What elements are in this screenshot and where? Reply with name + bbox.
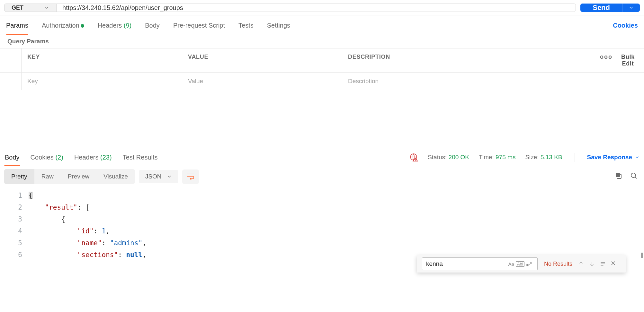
code-content: { "result": [ { "id": 1, "name": "admins… xyxy=(29,186,147,312)
send-dropdown-button[interactable] xyxy=(622,4,640,12)
chevron-down-icon xyxy=(635,155,640,160)
http-method-select[interactable]: GET xyxy=(4,4,57,12)
cookies-link[interactable]: Cookies xyxy=(613,22,638,29)
resp-tab-test-results-label: Test Results xyxy=(123,154,158,161)
find-input[interactable] xyxy=(426,260,507,267)
wrap-icon xyxy=(187,173,194,180)
svg-point-4 xyxy=(415,160,416,161)
chevron-down-icon xyxy=(44,5,49,10)
query-params-table: KEY VALUE DESCRIPTION ooo Bulk Edit xyxy=(0,48,644,90)
tab-settings[interactable]: Settings xyxy=(267,17,290,34)
params-value-input[interactable] xyxy=(188,78,336,85)
authorization-active-dot xyxy=(81,24,84,28)
resp-tab-headers-count: (23) xyxy=(100,154,112,161)
tab-body[interactable]: Body xyxy=(145,17,160,34)
find-close-button[interactable] xyxy=(608,260,618,268)
view-mode-segment: Pretty Raw Preview Visualize xyxy=(4,169,135,184)
view-preview-button[interactable]: Preview xyxy=(61,169,97,184)
line-gutter: 1 2 3 4 5 6 xyxy=(0,186,29,312)
copy-response-button[interactable] xyxy=(613,170,624,183)
params-grip-header xyxy=(0,48,22,72)
send-button[interactable]: Send xyxy=(580,4,622,12)
body-format-select[interactable]: JSON xyxy=(139,170,178,183)
request-url-input[interactable] xyxy=(57,4,576,12)
copy-icon xyxy=(615,172,622,180)
tab-tests[interactable]: Tests xyxy=(238,17,254,34)
status-size: Size: 5.13 KB xyxy=(525,154,562,161)
save-response-label: Save Response xyxy=(587,154,632,161)
resp-tab-cookies-label: Cookies xyxy=(31,154,54,161)
search-icon xyxy=(630,172,638,180)
tab-prerequest-label: Pre-request Script xyxy=(173,22,225,29)
tab-body-label: Body xyxy=(145,22,160,29)
network-warning-icon[interactable] xyxy=(410,153,418,161)
chevron-down-icon xyxy=(628,5,634,11)
params-value-header: VALUE xyxy=(182,48,342,72)
params-key-input[interactable] xyxy=(27,78,176,85)
chevron-down-icon xyxy=(167,174,172,179)
scroll-marker xyxy=(641,253,643,258)
view-pretty-button[interactable]: Pretty xyxy=(4,169,34,184)
tab-settings-label: Settings xyxy=(267,22,290,29)
params-row-grip[interactable] xyxy=(0,73,22,90)
svg-point-8 xyxy=(631,173,636,178)
save-response-button[interactable]: Save Response xyxy=(587,154,640,161)
status-time: Time: 975 ms xyxy=(479,154,515,161)
params-key-header: KEY xyxy=(22,48,182,72)
resp-tab-body[interactable]: Body xyxy=(4,149,20,166)
search-response-button[interactable] xyxy=(628,170,640,183)
whole-word-toggle[interactable]: AbI xyxy=(516,261,525,267)
bulk-edit-button[interactable]: Bulk Edit xyxy=(612,48,644,72)
params-description-input[interactable] xyxy=(348,78,638,85)
tab-headers[interactable]: Headers (9) xyxy=(98,17,132,34)
params-more-button[interactable]: ooo xyxy=(594,48,612,72)
tab-params-label: Params xyxy=(6,22,28,29)
resp-tab-cookies[interactable]: Cookies (2) xyxy=(30,149,64,166)
find-filter-button[interactable] xyxy=(597,261,608,267)
tab-authorization[interactable]: Authorization xyxy=(42,17,84,34)
find-no-results: No Results xyxy=(541,261,576,267)
match-case-toggle[interactable]: Aa xyxy=(507,261,516,267)
params-description-header: DESCRIPTION xyxy=(342,48,594,72)
body-format-label: JSON xyxy=(145,173,162,180)
response-body-editor[interactable]: 1 2 3 4 5 6 { "result": [ { "id": 1, "na… xyxy=(0,186,644,312)
find-bar: Aa AbI ■.* No Results xyxy=(417,255,626,273)
tab-headers-label: Headers xyxy=(98,22,122,29)
resp-tab-test-results[interactable]: Test Results xyxy=(122,149,158,166)
tab-headers-count: (9) xyxy=(124,22,131,29)
svg-rect-7 xyxy=(616,173,620,177)
tab-params[interactable]: Params xyxy=(6,17,28,34)
resp-tab-headers[interactable]: Headers (23) xyxy=(74,149,112,166)
resp-tab-body-label: Body xyxy=(5,154,20,161)
wrap-lines-button[interactable] xyxy=(182,169,199,184)
svg-line-9 xyxy=(635,177,637,178)
find-input-wrap: Aa AbI ■.* xyxy=(422,257,538,270)
tab-prerequest[interactable]: Pre-request Script xyxy=(173,17,225,34)
query-params-title: Query Params xyxy=(0,35,644,48)
status-code: Status: 200 OK xyxy=(428,154,469,161)
find-next-button[interactable] xyxy=(586,261,597,267)
tab-authorization-label: Authorization xyxy=(42,22,79,29)
resp-tab-cookies-count: (2) xyxy=(55,154,63,161)
view-visualize-button[interactable]: Visualize xyxy=(96,169,135,184)
find-prev-button[interactable] xyxy=(576,261,586,267)
http-method-label: GET xyxy=(12,4,23,11)
tab-tests-label: Tests xyxy=(238,22,254,29)
resp-tab-headers-label: Headers xyxy=(74,154,99,161)
regex-toggle[interactable]: ■.* xyxy=(524,261,533,267)
view-raw-button[interactable]: Raw xyxy=(34,169,61,184)
